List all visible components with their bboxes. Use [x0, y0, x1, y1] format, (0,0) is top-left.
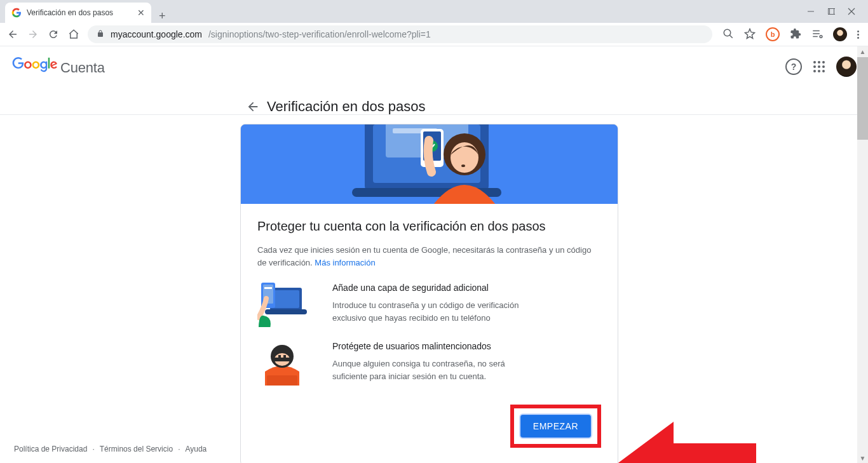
tab-title: Verificación en dos pasos [27, 8, 113, 17]
account-avatar[interactable] [836, 57, 857, 77]
scrollbar[interactable]: ▲ ▼ [857, 46, 868, 463]
hero-svg [241, 124, 618, 204]
forward-button[interactable] [27, 28, 39, 41]
learn-more-link[interactable]: Más información [315, 258, 375, 267]
svg-point-18 [451, 142, 478, 173]
page-footer: Política de Privacidad · Términos del Se… [14, 445, 207, 453]
home-button[interactable] [67, 28, 80, 41]
svg-rect-30 [278, 355, 281, 358]
svg-point-19 [461, 164, 465, 167]
lock-icon [97, 29, 104, 40]
svg-rect-22 [265, 309, 307, 314]
footer-help-link[interactable]: Ayuda [185, 445, 207, 453]
page-title: Verificación en dos pasos [267, 98, 426, 115]
google-favicon-icon [11, 8, 22, 18]
help-icon[interactable]: ? [785, 58, 802, 75]
reload-button[interactable] [47, 28, 60, 41]
benefit-protect: Protégete de usuarios malintencionados A… [257, 341, 601, 386]
get-started-button[interactable]: EMPEZAR [520, 415, 591, 438]
footer-terms-link[interactable]: Términos del Servicio [100, 445, 173, 453]
profile-avatar-icon[interactable] [833, 27, 847, 41]
hacker-illustration-icon [257, 341, 307, 386]
back-button[interactable] [6, 28, 19, 41]
minimize-icon[interactable] [807, 8, 815, 15]
close-tab-icon[interactable]: ✕ [137, 8, 145, 18]
scroll-thumb[interactable] [857, 57, 868, 140]
page-content: ▲ ▼ Cuenta ? Verificación en dos pasos [0, 46, 868, 463]
browser-tab[interactable]: Verificación en dos pasos ✕ [5, 3, 151, 23]
header-divider [0, 114, 857, 115]
benefit1-title: Añade una capa de seguridad adicional [332, 283, 523, 293]
window-controls [794, 0, 868, 23]
card-lead-text: Cada vez que inicies sesión en tu cuenta… [257, 244, 601, 269]
svg-rect-26 [267, 375, 297, 386]
product-name: Cuenta [60, 60, 105, 76]
svg-rect-29 [275, 358, 290, 361]
page-heading-row: Verificación en dos pasos [240, 87, 618, 124]
benefit2-title: Protégete de usuarios malintencionados [332, 341, 523, 351]
cta-row: EMPEZAR [257, 405, 601, 448]
tab-strip: Verificación en dos pasos ✕ + [0, 0, 868, 23]
apps-grid-icon[interactable] [813, 61, 825, 72]
svg-point-7 [820, 35, 822, 37]
svg-rect-31 [283, 355, 286, 358]
back-arrow-icon[interactable] [245, 99, 261, 114]
reading-list-icon[interactable] [811, 28, 823, 41]
svg-point-5 [724, 29, 731, 36]
new-tab-button[interactable]: + [151, 10, 173, 23]
google-logo[interactable]: Cuenta [11, 57, 105, 76]
scroll-up-icon[interactable]: ▲ [857, 46, 868, 57]
extensions-icon[interactable] [790, 28, 801, 41]
annotation-arrow-icon [616, 417, 756, 463]
maximize-icon[interactable] [827, 8, 835, 15]
devices-illustration-icon [257, 283, 307, 327]
browser-toolbar: myaccount.google.com/signinoptions/two-s… [0, 23, 868, 46]
benefit1-desc: Introduce tu contraseña y un código de v… [332, 299, 523, 324]
svg-rect-25 [264, 287, 272, 289]
footer-separator: · [92, 445, 94, 453]
google-wordmark-icon [11, 57, 58, 72]
benefit2-desc: Aunque alguien consiga tu contraseña, no… [332, 358, 523, 382]
card-heading: Proteger tu cuenta con la verificación e… [257, 219, 601, 234]
main-card: Proteger tu cuenta con la verificación e… [240, 124, 618, 463]
svg-marker-32 [616, 422, 756, 463]
svg-rect-1 [829, 9, 834, 15]
close-window-icon[interactable] [848, 8, 855, 15]
address-bar[interactable]: myaccount.google.com/signinoptions/two-s… [88, 25, 712, 43]
chrome-menu-icon[interactable] [857, 29, 859, 40]
bookmark-star-icon[interactable] [744, 28, 756, 41]
extension-badge-icon[interactable]: b [766, 27, 780, 41]
hero-illustration [241, 124, 618, 204]
svg-rect-21 [273, 290, 299, 308]
footer-separator: · [178, 445, 180, 453]
svg-line-6 [729, 35, 733, 38]
footer-privacy-link[interactable]: Política de Privacidad [14, 445, 87, 453]
google-account-header: Cuenta ? [0, 46, 868, 87]
annotation-highlight-box: EMPEZAR [510, 405, 601, 448]
zoom-icon[interactable] [722, 28, 734, 41]
url-path: /signinoptions/two-step-verification/enr… [208, 29, 431, 39]
scroll-down-icon[interactable]: ▼ [857, 453, 868, 463]
benefit-extra-layer: Añade una capa de seguridad adicional In… [257, 283, 601, 327]
url-host: myaccount.google.com [111, 29, 202, 39]
